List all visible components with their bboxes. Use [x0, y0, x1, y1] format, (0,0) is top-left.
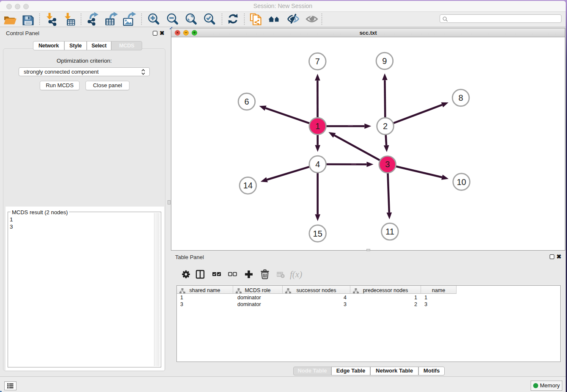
svg-text:15: 15	[313, 229, 322, 238]
svg-text:9: 9	[382, 56, 387, 66]
svg-text:7: 7	[315, 57, 320, 66]
svg-text:f(x): f(x)	[290, 269, 302, 279]
svg-text:1: 1	[315, 121, 320, 131]
svg-text:6: 6	[244, 97, 249, 106]
svg-text:11: 11	[385, 227, 394, 236]
svg-text:10: 10	[457, 177, 466, 187]
svg-text:8: 8	[458, 93, 463, 102]
svg-text:4: 4	[315, 160, 320, 169]
svg-text:3: 3	[385, 160, 390, 169]
svg-text:2: 2	[383, 121, 388, 131]
svg-text:14: 14	[243, 181, 253, 190]
